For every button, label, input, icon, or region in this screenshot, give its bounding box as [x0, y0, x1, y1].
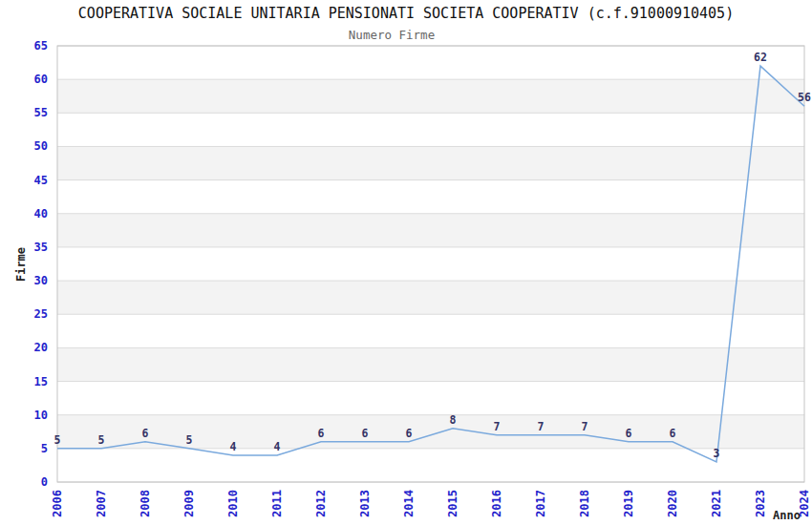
- x-axis-title: Anno: [773, 509, 801, 522]
- x-tick-label: 2019: [622, 490, 635, 517]
- x-tick-label: 2012: [314, 490, 328, 517]
- value-label: 8: [450, 413, 457, 427]
- gray-band: [57, 79, 804, 113]
- x-tick-label: 2010: [226, 490, 240, 517]
- value-label: 5: [186, 433, 193, 447]
- value-label: 6: [670, 427, 676, 440]
- gray-band: [57, 347, 804, 381]
- x-tick-label: 2009: [182, 490, 196, 517]
- x-tick-label: 2006: [51, 490, 64, 517]
- value-label: 3: [714, 447, 720, 460]
- value-label: 6: [362, 427, 369, 440]
- value-label: 4: [230, 440, 237, 453]
- x-tick-label: 2014: [402, 490, 416, 517]
- x-tick-label: 2007: [95, 490, 108, 517]
- value-label: 6: [142, 427, 149, 440]
- y-tick-label: 30: [34, 274, 48, 287]
- value-label: 62: [754, 51, 767, 64]
- value-label: 56: [798, 91, 811, 104]
- value-label: 7: [494, 420, 501, 433]
- gray-band: [57, 214, 804, 247]
- line-chart-plot: 55654466687776636256 0510152025303540455…: [0, 0, 812, 525]
- y-axis-title: Firme: [14, 247, 28, 282]
- y-tick-label: 40: [34, 207, 48, 220]
- y-axis-tick-labels: 05101520253035404550556065: [34, 39, 48, 489]
- value-label: 7: [582, 420, 588, 433]
- value-label: 6: [406, 427, 413, 440]
- value-label: 6: [626, 427, 632, 440]
- y-tick-label: 20: [34, 341, 48, 354]
- x-tick-label: 2020: [666, 490, 679, 517]
- y-tick-label: 15: [34, 375, 48, 388]
- x-tick-label: 2018: [578, 490, 591, 517]
- value-label: 5: [54, 433, 61, 447]
- y-tick-label: 0: [41, 475, 48, 489]
- value-label: 7: [538, 420, 545, 433]
- value-label: 6: [318, 427, 325, 440]
- x-tick-label: 2008: [139, 490, 152, 517]
- series-line: [57, 66, 804, 462]
- background-bands: [57, 79, 804, 449]
- y-tick-label: 60: [34, 73, 48, 86]
- x-axis-tick-labels: 2006200720082009201020112012201320142015…: [51, 490, 811, 517]
- gray-band: [57, 281, 804, 314]
- x-tick-label: 2016: [490, 490, 503, 517]
- gray-band: [57, 415, 804, 449]
- y-tick-label: 45: [34, 174, 48, 187]
- x-tick-label: 2015: [446, 490, 459, 517]
- x-tick-label: 2017: [534, 490, 547, 517]
- gray-band: [57, 146, 804, 179]
- y-tick-label: 10: [34, 409, 48, 422]
- y-tick-label: 55: [34, 106, 48, 119]
- y-tick-label: 35: [34, 241, 48, 254]
- y-tick-label: 65: [34, 39, 48, 52]
- value-label: 4: [274, 440, 281, 453]
- x-tick-label: 2023: [754, 490, 767, 517]
- x-tick-label: 2013: [358, 490, 372, 517]
- y-tick-label: 5: [41, 442, 48, 455]
- x-tick-label: 2021: [710, 490, 723, 517]
- value-label: 5: [98, 433, 105, 447]
- x-tick-label: 2011: [270, 490, 284, 517]
- y-tick-label: 25: [34, 307, 48, 321]
- y-tick-label: 50: [34, 139, 48, 153]
